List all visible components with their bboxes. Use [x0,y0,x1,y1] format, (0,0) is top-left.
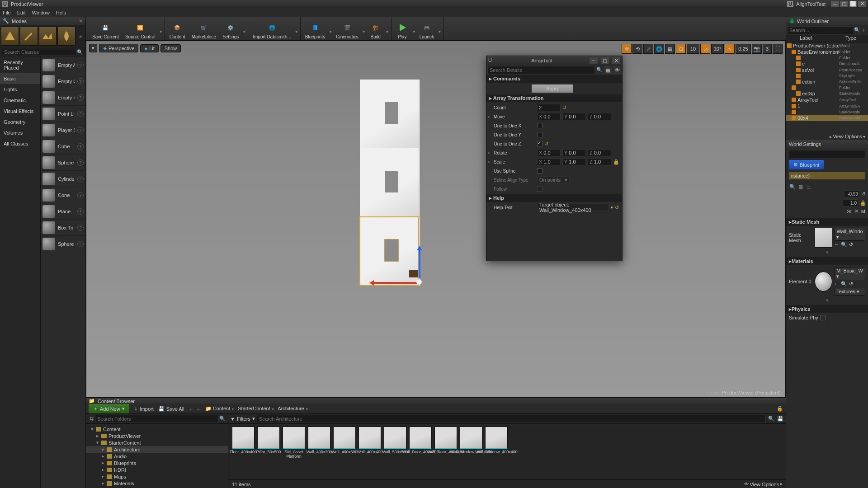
menu-help[interactable]: Help [56,10,66,15]
actor-item[interactable]: Box Tri? [41,220,85,236]
landscape-mode-tab[interactable] [39,27,57,46]
use-icon[interactable]: ← [834,281,839,287]
outliner-row[interactable]: BaseEnvironementFolder [786,49,868,55]
content-browser-tab[interactable]: 📁 Content Browser [86,398,786,404]
foliage-mode-tab[interactable] [57,27,75,46]
array-tool-titlebar[interactable]: U ArrayTool ─ ▢ ✕ [486,56,622,65]
rotate-tool[interactable]: ⟲ [632,44,642,54]
actor-item[interactable]: Sphere? [41,155,85,171]
folder-row[interactable]: ▾Content [86,426,228,432]
actor-item[interactable]: Empty P? [41,89,85,106]
history-back[interactable]: ← [189,406,194,412]
angle-snap-toggle[interactable]: ◿ [700,44,710,54]
category-item[interactable]: All Classes [0,138,40,149]
camera-speed-value[interactable]: 3 [763,44,772,54]
surface-snap-toggle[interactable]: ▦ [665,44,675,54]
category-item[interactable]: Volumes [0,127,40,138]
chevron-down-icon[interactable]: ▼ [242,23,246,34]
property-matrix-icon[interactable]: ▦ [604,66,612,74]
minimize-button[interactable]: ─ [831,1,839,7]
search-icon[interactable]: 🔍 [219,415,226,422]
move-y-input[interactable]: Y0.0 [562,113,586,120]
outliner-view-options[interactable]: ▸View Options▾ [830,134,865,139]
actor-item[interactable]: Cone? [41,187,85,203]
reset-icon[interactable]: ↺ [562,105,568,110]
settings-button[interactable]: ⚙️Settings [220,17,241,40]
maximize-button[interactable]: ⬜ [849,1,857,7]
info-icon[interactable]: ? [77,176,84,182]
use-icon[interactable]: ← [834,242,839,248]
show-dropdown[interactable]: Show [160,44,181,52]
expand-icon[interactable]: ▹ [488,160,492,164]
lit-dropdown[interactable]: ●Lit [140,44,158,52]
save-search-icon[interactable]: 💾 [777,415,784,422]
grid-snap-toggle[interactable]: ⊞ [676,44,686,54]
asset-item[interactable]: Wall_Window_400x400 [484,427,509,460]
info-icon[interactable]: ? [77,78,84,84]
crumb-architecture[interactable]: Architecture [278,406,304,411]
world-settings-search[interactable] [789,150,865,158]
one-to-one-x-checkbox[interactable] [537,123,542,128]
scale-y-input[interactable]: Y1.0 [562,158,586,165]
chevron-down-icon[interactable]: ▼ [438,23,441,34]
arraytool-search[interactable] [487,66,595,74]
asset-item[interactable]: SM_Asset Platform [282,427,306,460]
content-button[interactable]: 📦Content [167,17,188,40]
asset-item[interactable]: Pillar_50x500 [256,427,281,460]
level-viewport[interactable]: ▾ ◈Perspective ●Lit Show ✥ ⟲ ⤢ 🌐 ▦ ⊞ 10 … [86,41,786,398]
outliner-row[interactable]: ectionSphereRefle [786,79,868,85]
outliner-row[interactable]: StaticMesh/ [786,109,868,115]
info-icon[interactable]: ? [77,208,84,215]
count-input[interactable]: 2 [537,104,561,111]
browse-icon[interactable]: 🔍 [841,281,847,287]
search-icon[interactable]: 🔍 [76,48,84,56]
reset-icon[interactable]: ↺ [544,141,550,146]
follow-checkbox[interactable] [537,186,542,192]
actor-item[interactable]: Empty C? [41,73,85,89]
reset-icon[interactable]: ↺ [849,281,853,287]
search-classes-input[interactable] [2,48,76,56]
filters-button[interactable]: ▼ Filters ▾ [230,416,255,422]
outliner-row[interactable]: entSpStaticMesh/ [786,90,868,97]
detail-number-b[interactable]: 1.0 [843,199,858,206]
rotate-y-input[interactable]: Y0.0 [562,149,586,156]
info-icon[interactable]: ? [77,143,84,150]
info-icon[interactable]: ? [77,192,84,198]
search-icon[interactable]: 🔍 [854,26,861,33]
crumb-content[interactable]: Content [213,406,231,411]
use-spline-checkbox[interactable] [537,168,542,174]
arraytool-maximize[interactable]: ▢ [601,57,609,64]
cinematics-button[interactable]: 🎬Cinematics [333,17,361,40]
info-icon[interactable]: ? [77,160,84,166]
info-icon[interactable]: ? [77,127,84,133]
blueprint-button[interactable]: ⚙ Blueprint [789,160,824,169]
camera-speed-icon[interactable]: 📷 [752,44,762,54]
simulate-physics-checkbox[interactable] [820,315,826,320]
tab-close-icon[interactable]: ✕ [79,18,83,24]
browse-icon[interactable]: 🔍 [841,242,847,248]
chevron-down-icon[interactable]: ▼ [412,23,416,34]
lock-icon[interactable]: 🔒 [613,159,618,165]
gizmo-origin[interactable] [416,279,422,285]
actor-item[interactable]: Point Li? [41,106,85,122]
modes-header[interactable]: 🔧 Modes ✕ [0,17,85,25]
move-z-input[interactable]: Z0.0 [588,113,611,120]
angle-snap-value[interactable]: 10° [711,44,724,54]
expand-icon[interactable]: ▹ [488,115,492,119]
datasmith-button[interactable]: 🌐Import Datasmith... [250,17,293,40]
import-button[interactable]: ⤓Import [134,406,154,412]
actor-item[interactable]: Plane? [41,203,85,220]
outliner-row[interactable]: ArrayToolArrayTool [786,97,868,103]
asset-item[interactable]: Wall_400x400 [358,427,382,460]
folder-row[interactable]: ▾StarterContent [86,439,228,446]
world-outliner-tab[interactable]: 🌲World Outliner [786,17,868,25]
actor-item[interactable]: Cylinde? [41,171,85,187]
axis-x-icon[interactable]: ✕ [854,208,859,214]
rotate-z-input[interactable]: Z0.0 [588,149,611,156]
scale-snap-toggle[interactable]: ⤡ [725,44,735,54]
marketplace-button[interactable]: 🛒Marketplace [189,17,219,40]
scale-z-input[interactable]: Z1.0 [588,158,611,165]
rotate-x-input[interactable]: X0.0 [537,149,561,156]
one-to-one-y-checkbox[interactable] [537,132,542,137]
category-item[interactable]: Recently Placed [0,57,40,73]
